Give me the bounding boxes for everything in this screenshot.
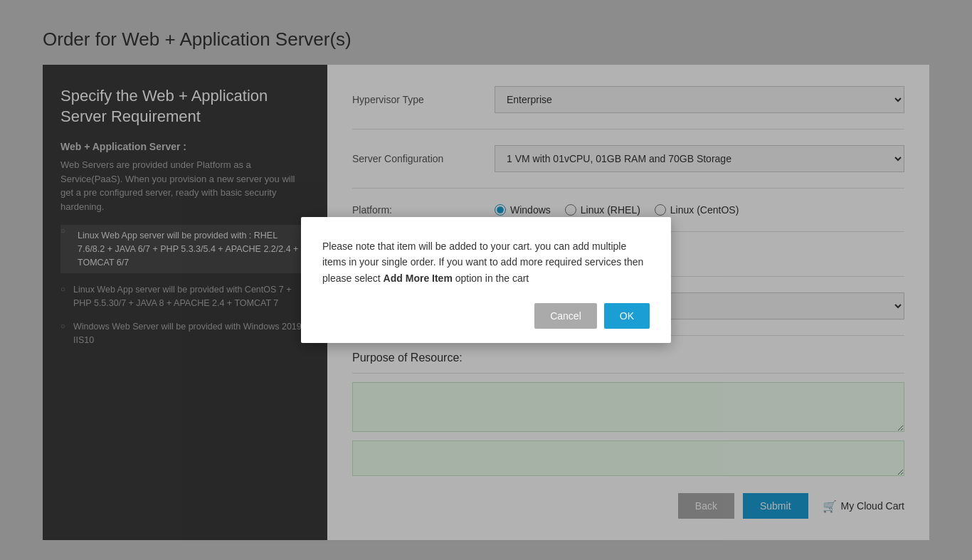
ok-button[interactable]: OK bbox=[604, 303, 650, 329]
modal-overlay: Please note that item will be added to y… bbox=[0, 0, 972, 560]
modal-message-part2: option in the cart bbox=[453, 273, 529, 284]
cancel-button[interactable]: Cancel bbox=[534, 303, 597, 329]
modal-actions: Cancel OK bbox=[322, 303, 650, 329]
modal-text: Please note that item will be added to y… bbox=[322, 238, 650, 286]
modal-box: Please note that item will be added to y… bbox=[301, 217, 671, 343]
modal-highlight-text: Add More Item bbox=[384, 273, 453, 284]
